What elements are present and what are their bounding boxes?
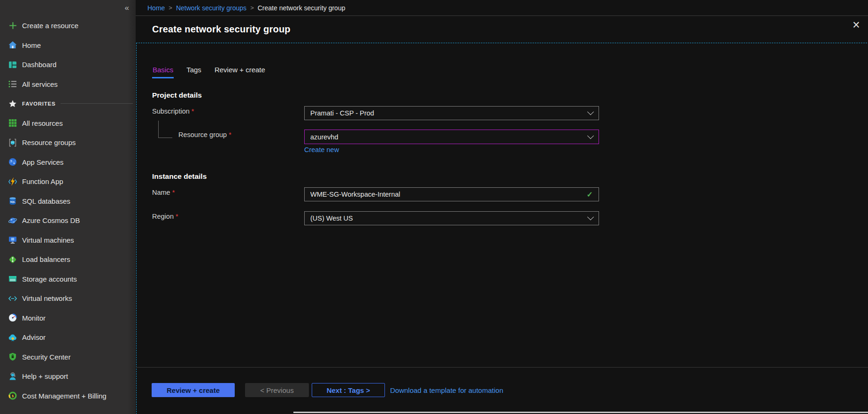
instance-details-heading: Instance details <box>152 172 207 181</box>
field-connector-line <box>158 121 172 138</box>
sql-databases-icon: SQL <box>8 196 18 206</box>
subscription-label: Subscription* <box>152 107 194 115</box>
name-label: Name* <box>152 189 175 196</box>
tab-tags[interactable]: Tags <box>186 66 202 78</box>
region-label: Region* <box>152 213 178 220</box>
cosmos-db-icon <box>8 215 18 226</box>
sidebar-item-function-app[interactable]: Function App <box>0 172 136 192</box>
security-center-icon <box>8 352 18 362</box>
breadcrumb: Home>Network security groups>Create netw… <box>136 0 868 16</box>
sidebar-item-security-center[interactable]: Security Center <box>0 347 136 367</box>
name-value: WME-SG-Workspace-Internal <box>310 191 400 198</box>
blade-focus-outline <box>136 43 868 414</box>
virtual-networks-icon <box>8 293 18 304</box>
star-icon <box>8 99 18 109</box>
help-support-icon <box>8 371 18 382</box>
sidebar-item-label: All resources <box>22 119 63 127</box>
sidebar-item-cost-management-billing[interactable]: $Cost Management + Billing <box>0 386 136 406</box>
sidebar-item-label: App Services <box>22 158 63 166</box>
app-services-icon <box>8 157 18 167</box>
subscription-value: Pramati - CSP - Prod <box>310 109 374 117</box>
home-icon <box>8 40 18 50</box>
sidebar-item-label: Dashboard <box>22 61 56 69</box>
cost-management-icon: $ <box>8 391 18 401</box>
sidebar-item-label: All services <box>22 80 58 88</box>
sidebar-item-label: Function App <box>22 177 63 185</box>
sidebar-item-azure-cosmos-db[interactable]: Azure Cosmos DB <box>0 211 136 230</box>
chevron-down-icon <box>587 214 594 220</box>
sidebar-item-sql-databases[interactable]: SQLSQL databases <box>0 192 136 211</box>
tab-basics[interactable]: Basics <box>152 66 174 78</box>
breadcrumb-link-network-security-groups[interactable]: Network security groups <box>176 4 246 12</box>
sidebar-item-label: Home <box>22 41 41 49</box>
download-template-link[interactable]: Download a template for automation <box>390 386 503 394</box>
region-select[interactable]: (US) West US <box>304 211 599 225</box>
sidebar-item-home[interactable]: Home <box>0 36 136 55</box>
sidebar-item-all-services[interactable]: All services <box>0 75 136 94</box>
sidebar-item-label: Virtual machines <box>22 236 74 244</box>
monitor-icon <box>8 313 18 323</box>
section-divider <box>61 103 133 104</box>
svg-text:SQL: SQL <box>10 200 15 203</box>
collapse-chevrons-icon: « <box>125 3 129 13</box>
sidebar-item-label: SQL databases <box>22 197 70 205</box>
create-new-link[interactable]: Create new <box>304 146 339 153</box>
sidebar-item-label: Security Center <box>22 353 70 361</box>
sidebar-section-favorites: FAVORITES <box>0 94 136 114</box>
resource-groups-icon <box>8 138 18 148</box>
required-asterisk: * <box>176 213 178 220</box>
region-value: (US) West US <box>310 215 353 222</box>
sidebar-item-label: Load balancers <box>22 255 70 263</box>
all-services-icon <box>8 79 18 89</box>
sidebar-item-virtual-machines[interactable]: Virtual machines <box>0 230 136 250</box>
sidebar-item-label: Storage accounts <box>22 275 77 283</box>
review-create-button[interactable]: Review + create <box>152 383 235 397</box>
sidebar-item-monitor[interactable]: Monitor <box>0 308 136 328</box>
sidebar-item-label: Virtual networks <box>22 294 72 302</box>
main-panel: Home>Network security groups>Create netw… <box>136 0 868 414</box>
sidebar-item-resource-groups[interactable]: Resource groups <box>0 133 136 153</box>
resource-group-select[interactable]: azurevhd <box>304 130 599 144</box>
sidebar-item-storage-accounts[interactable]: Storage accounts <box>0 269 136 289</box>
breadcrumb-link-home[interactable]: Home <box>147 4 165 12</box>
sidebar: « Create a resourceHomeDashboardAll serv… <box>0 0 136 414</box>
sidebar-item-label: Monitor <box>22 314 46 322</box>
breadcrumb-separator: > <box>169 4 172 11</box>
all-resources-icon <box>8 118 18 128</box>
sidebar-item-label: Azure Cosmos DB <box>22 216 80 224</box>
subscription-select[interactable]: Pramati - CSP - Prod <box>304 106 599 120</box>
sidebar-item-dashboard[interactable]: Dashboard <box>0 55 136 75</box>
close-icon[interactable]: × <box>848 18 864 33</box>
sidebar-item-label: Help + support <box>22 372 68 380</box>
advisor-icon <box>8 332 18 343</box>
sidebar-item-virtual-networks[interactable]: Virtual networks <box>0 289 136 308</box>
chevron-down-icon <box>587 132 594 139</box>
sidebar-item-load-balancers[interactable]: Load balancers <box>0 250 136 269</box>
sidebar-item-app-services[interactable]: App Services <box>0 153 136 172</box>
sidebar-collapse-button[interactable]: « <box>0 0 136 16</box>
tab-review-create[interactable]: Review + create <box>214 66 266 78</box>
sidebar-item-label: Advisor <box>22 333 46 341</box>
sidebar-item-create-a-resource[interactable]: Create a resource <box>0 16 136 36</box>
sidebar-item-label: Cost Management + Billing <box>22 392 107 400</box>
footer-divider <box>136 367 868 368</box>
next-tags-button[interactable]: Next : Tags > <box>312 383 385 397</box>
name-input[interactable]: WME-SG-Workspace-Internal ✓ <box>304 187 599 201</box>
load-balancers-icon <box>8 254 18 265</box>
storage-accounts-icon <box>8 274 18 284</box>
previous-button[interactable]: < Previous <box>245 383 309 397</box>
sidebar-item-all-resources[interactable]: All resources <box>0 114 136 133</box>
breadcrumb-current-create-network-security-group: Create network security group <box>258 4 346 12</box>
virtual-machines-icon <box>8 235 18 245</box>
sidebar-nav: Create a resourceHomeDashboardAll servic… <box>0 16 136 406</box>
tab-bar: BasicsTagsReview + create <box>152 66 266 78</box>
required-asterisk: * <box>192 107 194 115</box>
sidebar-item-advisor[interactable]: Advisor <box>0 328 136 347</box>
project-details-heading: Project details <box>152 91 202 100</box>
dashboard-icon <box>8 60 18 70</box>
sidebar-item-label: Resource groups <box>22 138 76 146</box>
horizontal-scrollbar[interactable] <box>293 412 868 413</box>
sidebar-item-label: FAVORITES <box>22 101 56 107</box>
breadcrumb-separator: > <box>250 4 254 11</box>
sidebar-item-help-support[interactable]: Help + support <box>0 367 136 386</box>
